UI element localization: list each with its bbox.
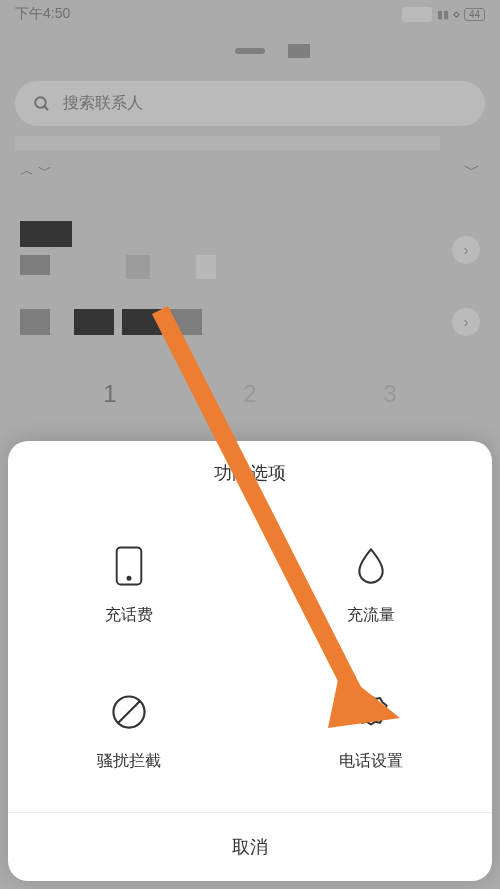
cancel-button[interactable]: 取消 (8, 812, 492, 881)
sheet-item-label: 充话费 (105, 605, 153, 626)
gear-icon (350, 691, 392, 733)
svg-point-6 (367, 706, 375, 714)
sheet-item-label: 电话设置 (339, 751, 403, 772)
action-sheet: 功能选项 充话费 充流量 (8, 441, 492, 881)
sheet-title: 功能选项 (8, 461, 492, 485)
block-icon (108, 691, 150, 733)
sheet-item-recharge-phone[interactable]: 充话费 (8, 515, 250, 661)
sheet-grid: 充话费 充流量 骚扰拦截 (8, 515, 492, 807)
sheet-item-label: 充流量 (347, 605, 395, 626)
sheet-item-spam-block[interactable]: 骚扰拦截 (8, 661, 250, 807)
svg-point-3 (127, 577, 130, 580)
sheet-item-label: 骚扰拦截 (97, 751, 161, 772)
sheet-item-recharge-data[interactable]: 充流量 (250, 515, 492, 661)
data-drop-icon (350, 545, 392, 587)
phone-card-icon (108, 545, 150, 587)
svg-line-5 (118, 701, 140, 723)
watermark: Baidu经验 (429, 859, 488, 877)
sheet-item-phone-settings[interactable]: 电话设置 (250, 661, 492, 807)
